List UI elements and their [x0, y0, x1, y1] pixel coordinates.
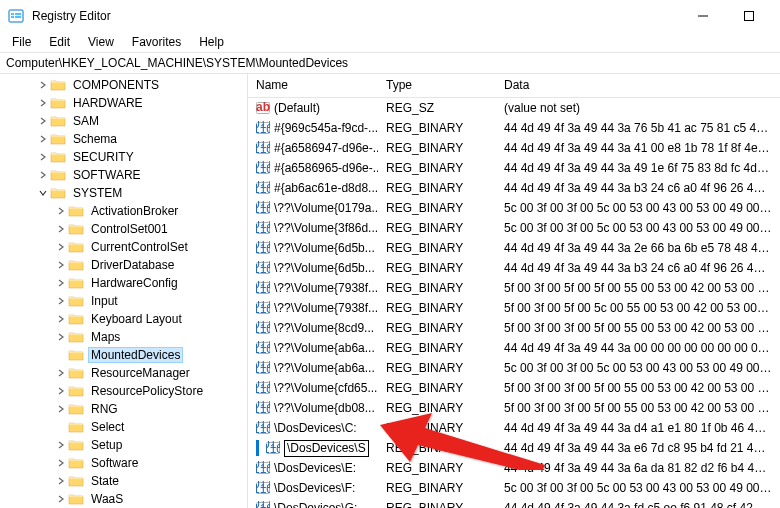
menu-favorites[interactable]: Favorites	[124, 33, 189, 51]
tree-node-schema[interactable]: Schema	[0, 130, 247, 148]
chevron-down-icon[interactable]	[36, 189, 50, 197]
menu-help[interactable]: Help	[191, 33, 232, 51]
menu-file[interactable]: File	[4, 33, 39, 51]
chevron-right-icon[interactable]	[54, 315, 68, 323]
value-row[interactable]: 011110#{969c545a-f9cd-...REG_BINARY44 4d…	[248, 118, 780, 138]
value-type: REG_BINARY	[378, 161, 496, 175]
value-data: 44 4d 49 4f 3a 49 44 3a 00 00 00 00 00 0…	[496, 341, 780, 355]
minimize-button[interactable]	[680, 0, 726, 32]
svg-rect-3	[15, 13, 21, 15]
chevron-right-icon[interactable]	[54, 477, 68, 485]
tree-node-waas[interactable]: WaaS	[0, 490, 247, 508]
value-row[interactable]: 011110\DosDevices\F:REG_BINARY5c 00 3f 0…	[248, 478, 780, 498]
chevron-right-icon[interactable]	[54, 459, 68, 467]
value-type: REG_BINARY	[378, 381, 496, 395]
value-row[interactable]: 011110\??\Volume{ab6a...REG_BINARY5c 00 …	[248, 358, 780, 378]
tree-label: Input	[88, 294, 121, 308]
registry-tree[interactable]: COMPONENTSHARDWARESAMSchemaSECURITYSOFTW…	[0, 74, 248, 508]
menu-edit[interactable]: Edit	[41, 33, 78, 51]
value-row[interactable]: ab(Default)REG_SZ(value not set)	[248, 98, 780, 118]
value-row[interactable]: 011110\??\Volume{6d5b...REG_BINARY44 4d …	[248, 258, 780, 278]
chevron-right-icon[interactable]	[54, 441, 68, 449]
value-name: \??\Volume{6d5b...	[274, 261, 375, 275]
value-name: \??\Volume{db08...	[274, 401, 375, 415]
tree-node-maps[interactable]: Maps	[0, 328, 247, 346]
chevron-right-icon[interactable]	[54, 225, 68, 233]
tree-node-software[interactable]: SOFTWARE	[0, 166, 247, 184]
col-data[interactable]: Data	[496, 74, 780, 97]
chevron-right-icon[interactable]	[36, 117, 50, 125]
col-type[interactable]: Type	[378, 74, 496, 97]
tree-node-keyboard-layout[interactable]: Keyboard Layout	[0, 310, 247, 328]
value-row[interactable]: 011110\??\Volume{7938f...REG_BINARY5f 00…	[248, 298, 780, 318]
tree-node-setup[interactable]: Setup	[0, 436, 247, 454]
value-name: \DosDevices\E:	[274, 461, 356, 475]
chevron-right-icon[interactable]	[36, 135, 50, 143]
value-type: REG_BINARY	[378, 441, 496, 455]
value-row[interactable]: 011110\??\Volume{3f86d...REG_BINARY5c 00…	[248, 218, 780, 238]
tree-node-security[interactable]: SECURITY	[0, 148, 247, 166]
tree-node-components[interactable]: COMPONENTS	[0, 76, 247, 94]
tree-node-resourcepolicystore[interactable]: ResourcePolicyStore	[0, 382, 247, 400]
chevron-right-icon[interactable]	[54, 261, 68, 269]
value-row[interactable]: 011110\DosDevices\C:REG_BINARY44 4d 49 4…	[248, 418, 780, 438]
tree-node-driverdatabase[interactable]: DriverDatabase	[0, 256, 247, 274]
tree-node-system[interactable]: SYSTEM	[0, 184, 247, 202]
col-name[interactable]: Name	[248, 74, 378, 97]
value-row[interactable]: 011110\??\Volume{8cd9...REG_BINARY5f 00 …	[248, 318, 780, 338]
value-row[interactable]: 011110\DosDevices\G:REG_BINARY44 4d 49 4…	[248, 498, 780, 508]
chevron-right-icon[interactable]	[36, 81, 50, 89]
svg-text:110: 110	[256, 182, 270, 195]
tree-label: SOFTWARE	[70, 168, 144, 182]
tree-node-software[interactable]: Software	[0, 454, 247, 472]
tree-node-currentcontrolset[interactable]: CurrentControlSet	[0, 238, 247, 256]
reg-binary-icon: 011110	[256, 321, 270, 335]
chevron-right-icon[interactable]	[54, 279, 68, 287]
value-row[interactable]: 011110#{a6586965-d96e-...REG_BINARY44 4d…	[248, 158, 780, 178]
tree-node-hardware[interactable]: HARDWARE	[0, 94, 247, 112]
tree-node-controlset001[interactable]: ControlSet001	[0, 220, 247, 238]
chevron-right-icon[interactable]	[54, 495, 68, 503]
chevron-right-icon[interactable]	[54, 333, 68, 341]
folder-icon	[68, 402, 84, 416]
value-type: REG_BINARY	[378, 281, 496, 295]
chevron-right-icon[interactable]	[54, 369, 68, 377]
maximize-button[interactable]	[726, 0, 772, 32]
value-row[interactable]: 011110#{a6586947-d96e-...REG_BINARY44 4d…	[248, 138, 780, 158]
chevron-right-icon[interactable]	[54, 405, 68, 413]
value-data: 44 4d 49 4f 3a 49 44 3a fd c5 ee f6 91 4…	[496, 501, 780, 508]
chevron-right-icon[interactable]	[54, 387, 68, 395]
value-data: (value not set)	[496, 101, 780, 115]
chevron-right-icon[interactable]	[54, 297, 68, 305]
tree-node-input[interactable]: Input	[0, 292, 247, 310]
value-row[interactable]: 011110\??\Volume{6d5b...REG_BINARY44 4d …	[248, 238, 780, 258]
tree-node-resourcemanager[interactable]: ResourceManager	[0, 364, 247, 382]
tree-node-select[interactable]: Select	[0, 418, 247, 436]
value-row[interactable]: 011110#{ab6ac61e-d8d8...REG_BINARY44 4d …	[248, 178, 780, 198]
folder-icon	[68, 204, 84, 218]
chevron-right-icon[interactable]	[36, 153, 50, 161]
chevron-right-icon[interactable]	[36, 99, 50, 107]
tree-node-sam[interactable]: SAM	[0, 112, 247, 130]
tree-node-mounteddevices[interactable]: MountedDevices	[0, 346, 247, 364]
chevron-right-icon[interactable]	[54, 243, 68, 251]
value-row[interactable]: 011110\DosDevices\E:REG_BINARY44 4d 49 4…	[248, 458, 780, 478]
value-row[interactable]: 011110\DosDevices\SREG_BINARY44 4d 49 4f…	[248, 438, 780, 458]
value-row[interactable]: 011110\??\Volume{cfd65...REG_BINARY5f 00…	[248, 378, 780, 398]
tree-node-hardwareconfig[interactable]: HardwareConfig	[0, 274, 247, 292]
chevron-right-icon[interactable]	[36, 171, 50, 179]
address-bar[interactable]: Computer\HKEY_LOCAL_MACHINE\SYSTEM\Mount…	[0, 52, 780, 74]
value-row[interactable]: 011110\??\Volume{db08...REG_BINARY5f 00 …	[248, 398, 780, 418]
value-type: REG_BINARY	[378, 181, 496, 195]
chevron-right-icon[interactable]	[54, 207, 68, 215]
rename-input[interactable]: \DosDevices\S	[284, 440, 369, 457]
svg-text:110: 110	[256, 302, 270, 315]
tree-node-activationbroker[interactable]: ActivationBroker	[0, 202, 247, 220]
tree-node-rng[interactable]: RNG	[0, 400, 247, 418]
menu-view[interactable]: View	[80, 33, 122, 51]
folder-icon	[68, 456, 84, 470]
value-row[interactable]: 011110\??\Volume{ab6a...REG_BINARY44 4d …	[248, 338, 780, 358]
value-row[interactable]: 011110\??\Volume{0179a...REG_BINARY5c 00…	[248, 198, 780, 218]
value-row[interactable]: 011110\??\Volume{7938f...REG_BINARY5f 00…	[248, 278, 780, 298]
tree-node-state[interactable]: State	[0, 472, 247, 490]
